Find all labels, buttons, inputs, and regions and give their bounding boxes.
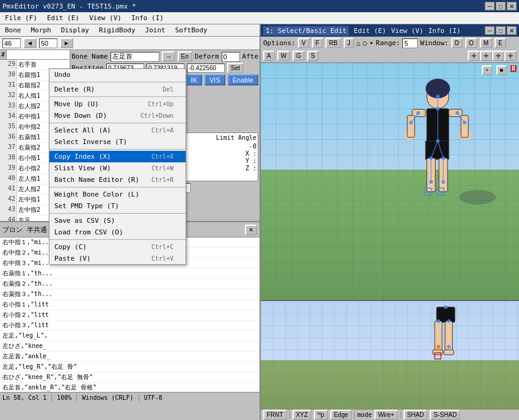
arrow-right-btn[interactable]: → [162,51,175,62]
opt-circle: ○ [363,39,367,47]
ctx-move-down[interactable]: Move Down (D) Ctrl+Down [49,110,186,121]
lower-item-13[interactable]: 左足,"leg_R","右足 骨" [0,362,260,372]
ctx-copy-label: Copy (C) [54,243,87,251]
num2-input[interactable] [39,38,57,48]
lower-item-8[interactable]: 右小指２,"litt [0,310,260,320]
menu-file[interactable]: File (F) [2,13,40,23]
ctx-paste-label: Paste (V) [54,255,91,262]
frnt-btn[interactable]: FRNT [263,410,287,420]
xyz-btn[interactable]: XYZ [292,410,311,420]
ctx-undo-label: Undo [54,71,71,79]
ctx-select-all[interactable]: Select All (A) Ctrl+A [49,125,186,136]
lower-item-12[interactable]: 左足首,"ankle_ [0,352,260,362]
ctx-copy[interactable]: Copy (C) Ctrl+C [49,241,186,253]
wire-btn[interactable]: Wire+ [374,410,397,420]
ctx-move-up[interactable]: Move Up (U) Ctrl+Up [49,98,186,110]
win-d-btn[interactable]: D [451,38,463,48]
lower-item-14[interactable]: 右ひざ,"knee_R","右足 無骨" [0,372,260,383]
nav-cross2-btn[interactable]: ✛ [480,51,492,61]
bottom-viewport[interactable]: FRNT XYZ ᴹp Edge mode Wire+ SHAD S-SHAD [261,301,519,420]
pos-z-input[interactable] [187,63,225,73]
num-input[interactable] [2,38,21,48]
set-btn[interactable]: Set [227,63,244,73]
deform-input[interactable] [222,52,240,62]
viewer-maximize[interactable]: □ [496,26,506,35]
nav-cross-btn[interactable]: ✛ [468,51,480,61]
ctx-slist-view[interactable]: Slist View (W) Ctrl+W [49,162,186,174]
range-label: Range: [376,39,401,47]
ctx-batch-name-label: Batch Name Editor (R) [54,176,139,184]
close-button[interactable]: ✕ [507,2,517,10]
toolbar: ◄ ► [0,37,260,50]
win-w-btn[interactable]: W [277,51,290,61]
mp-btn[interactable]: ᴹp [314,410,328,420]
lower-item-4[interactable]: 右薬指１,"th... [0,269,260,279]
menu-info[interactable]: Info (I) [129,13,166,23]
nav-cross3-btn[interactable]: ✛ [492,51,504,61]
ctx-move-up-label: Move Up (U) [54,100,99,108]
viewer-minimize[interactable]: ─ [485,26,495,35]
status-bar: Ln 58, Col 1 100% Windows (CRLF) UTF-8 [0,392,260,403]
lower-item-11[interactable]: 左ひざ,"knee_ [0,341,260,352]
lower-item-5[interactable]: 右薬指２,"th... [0,279,260,289]
ctx-undo[interactable]: Undo [49,69,186,81]
menu-bar: File (F) Edit (E) View (V) Info (I) [0,12,519,24]
lower-item-7[interactable]: 右小指１,"litt [0,300,260,310]
nav-cross4-btn[interactable]: ✛ [504,51,517,61]
edge-btn[interactable]: Edge [330,410,352,420]
opt-j-btn[interactable]: J [344,38,354,48]
viewer-view-menu[interactable]: View (V) [391,27,423,35]
lower-item-9[interactable]: 右小指３,"litt [0,320,260,331]
lower-item-10[interactable]: 左足,"leg_L", [0,331,260,341]
enable-btn[interactable]: Enable [228,74,258,85]
win-e-btn[interactable]: E [495,38,506,48]
maximize-button[interactable]: □ [496,2,506,10]
prev-btn[interactable]: ◄ [23,38,37,48]
shad-btn[interactable]: SHAD [404,410,428,420]
top-nav-btn2[interactable]: ■ [496,65,507,75]
win-g-btn[interactable]: G [292,51,305,61]
ctx-select-inverse[interactable]: Select Inverse (T) [49,136,186,148]
lower-close-btn[interactable]: ✕ [245,225,257,235]
ctx-weight-color[interactable]: Weight Bone Color (L) [49,189,186,200]
sub-menu-joint[interactable]: Joint [143,26,168,35]
opt-f-btn[interactable]: F [312,38,323,48]
win-a-btn[interactable]: A [263,51,275,61]
viewer-mode-select[interactable]: 1: Select/Basic Edit [263,26,349,35]
viewer-edit-menu[interactable]: Edit (E) [354,27,386,35]
nav-btn[interactable]: ► [60,38,73,48]
sub-menu-softbody[interactable]: SoftBody [173,26,210,35]
sub-menu-rigidbody[interactable]: RigidBody [96,26,138,35]
s-shad-btn[interactable]: S-SHAD [430,410,460,420]
sub-menu-display[interactable]: Display [59,26,92,35]
top-viewport[interactable]: R + ■ [261,63,519,301]
menu-edit[interactable]: Edit (E) [45,13,82,23]
ctx-paste[interactable]: Paste (V) Ctrl+V [49,253,186,264]
opt-rb-btn[interactable]: RB [325,38,341,48]
sub-menu-bone[interactable]: Bone [2,26,24,35]
menu-view[interactable]: View (V) [87,13,124,23]
win-s-btn[interactable]: S [307,51,319,61]
ctx-save-csv[interactable]: Save as CSV (S) [49,215,186,226]
viewer-close[interactable]: ✕ [507,26,517,35]
ctx-load-csv[interactable]: Load from CSV (O) [49,226,186,238]
ctx-batch-name[interactable]: Batch Name Editor (R) Ctrl+R [49,174,186,186]
bone-name-input[interactable] [111,52,159,62]
minimize-button[interactable]: ─ [485,2,495,10]
bone-search-input[interactable] [7,50,70,59]
win-m-btn[interactable]: M [480,38,492,48]
lower-item-15[interactable]: 右足首,"ankle_R","右足 骨格" [0,383,260,392]
win-o-btn[interactable]: O [465,38,477,48]
viewer-info-menu[interactable]: Info (I) [428,27,460,35]
lower-item-6[interactable]: 右薬指３,"th... [0,289,260,300]
ctx-copy-index[interactable]: Copy Index (X) Ctrl+X [49,151,186,162]
sub-menu-morph[interactable]: Morph [29,26,54,35]
opt-v-btn[interactable]: V [298,38,310,48]
top-nav-btn1[interactable]: + [482,65,492,75]
ctx-pmd-type[interactable]: Set PMD Type (T) [49,200,186,212]
range-input[interactable] [402,38,418,48]
ctx-delete[interactable]: Delete (R) Del [49,84,186,95]
en-btn[interactable]: En [178,51,192,62]
vis-btn[interactable]: VIS [205,74,225,85]
ik-btn[interactable]: IK [186,74,202,85]
